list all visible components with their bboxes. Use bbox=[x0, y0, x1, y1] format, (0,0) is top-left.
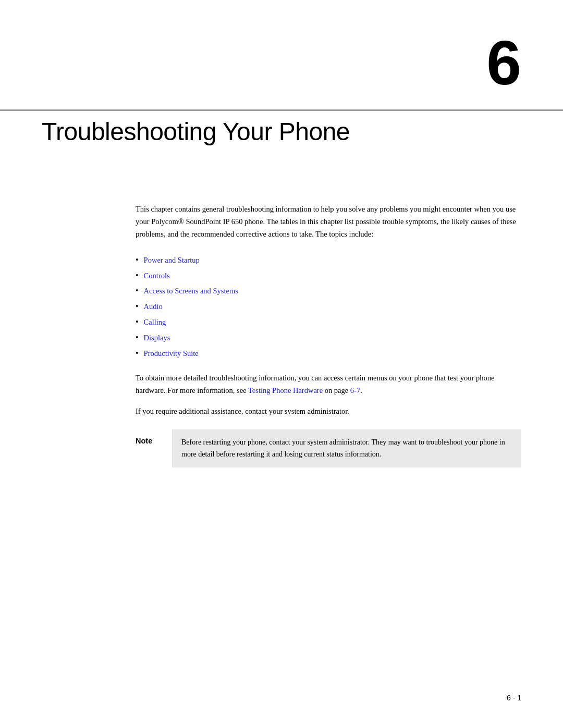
list-item: • Audio bbox=[136, 299, 521, 314]
chapter-number-area: 6 bbox=[486, 31, 521, 94]
list-item: • Calling bbox=[136, 314, 521, 330]
follow-paragraph: To obtain more detailed troubleshooting … bbox=[136, 372, 521, 397]
list-item: • Displays bbox=[136, 330, 521, 346]
calling-link[interactable]: Calling bbox=[144, 315, 166, 329]
list-item: • Controls bbox=[136, 268, 521, 283]
additional-paragraph: If you require additional assistance, co… bbox=[136, 405, 521, 418]
controls-link[interactable]: Controls bbox=[144, 269, 170, 282]
note-box: Before restarting your phone, contact yo… bbox=[172, 429, 521, 467]
follow-text-2: on page bbox=[325, 386, 350, 394]
page-link[interactable]: 6-7 bbox=[350, 386, 360, 394]
page-number: 6 - 1 bbox=[507, 694, 521, 702]
testing-hardware-link[interactable]: Testing Phone Hardware bbox=[248, 386, 323, 394]
follow-text-end: . bbox=[360, 386, 362, 394]
list-item: • Power and Startup bbox=[136, 252, 521, 268]
bullet-icon: • bbox=[136, 299, 139, 314]
power-startup-link[interactable]: Power and Startup bbox=[144, 253, 200, 267]
chapter-number: 6 bbox=[486, 28, 521, 97]
bullet-icon: • bbox=[136, 283, 139, 299]
topics-list: • Power and Startup • Controls • Access … bbox=[136, 252, 521, 361]
list-item: • Access to Screens and Systems bbox=[136, 283, 521, 299]
intro-paragraph: This chapter contains general troublesho… bbox=[136, 203, 521, 241]
list-item: • Productivity Suite bbox=[136, 346, 521, 361]
bullet-icon: • bbox=[136, 253, 139, 268]
bullet-icon: • bbox=[136, 315, 139, 330]
chapter-rule bbox=[0, 109, 563, 111]
note-label: Note bbox=[136, 429, 162, 445]
bullet-icon: • bbox=[136, 346, 139, 361]
page-container: 6 Troubleshooting Your Phone This chapte… bbox=[0, 0, 563, 728]
note-section: Note Before restarting your phone, conta… bbox=[136, 429, 521, 467]
productivity-suite-link[interactable]: Productivity Suite bbox=[144, 347, 199, 360]
access-screens-link[interactable]: Access to Screens and Systems bbox=[144, 284, 238, 298]
audio-link[interactable]: Audio bbox=[144, 300, 163, 313]
bullet-icon: • bbox=[136, 268, 139, 283]
displays-link[interactable]: Displays bbox=[144, 331, 170, 344]
bullet-icon: • bbox=[136, 330, 139, 346]
chapter-title-text: Troubleshooting Your Phone bbox=[42, 118, 350, 145]
chapter-title-area: Troubleshooting Your Phone bbox=[42, 117, 521, 146]
page-footer: 6 - 1 bbox=[507, 694, 521, 702]
content-area: This chapter contains general troublesho… bbox=[136, 203, 521, 467]
